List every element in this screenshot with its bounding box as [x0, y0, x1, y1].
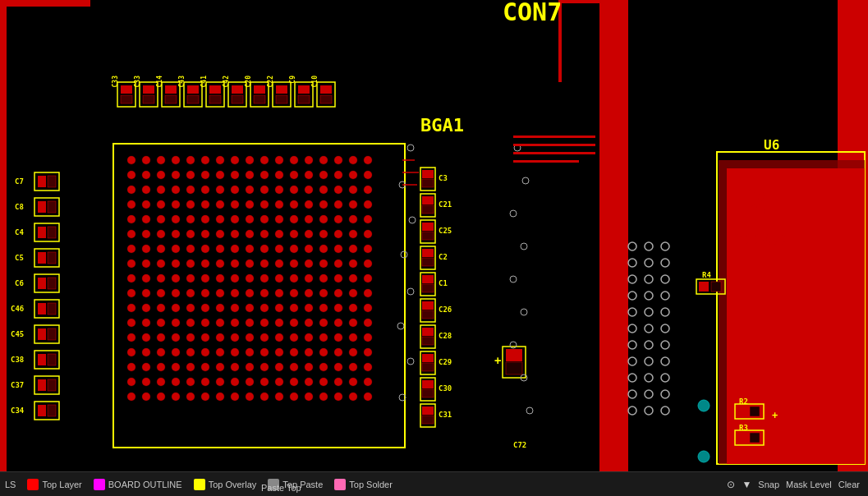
- svg-point-201: [319, 230, 328, 238]
- svg-point-216: [290, 245, 298, 253]
- layer-top-paste[interactable]: Top Paste: [268, 479, 323, 490]
- svg-text:CON7: CON7: [503, 0, 562, 26]
- svg-point-163: [260, 200, 269, 209]
- svg-point-381: [216, 393, 224, 401]
- svg-point-227: [201, 259, 209, 268]
- svg-point-189: [142, 230, 150, 238]
- svg-point-301: [290, 319, 298, 327]
- svg-point-387: [305, 393, 313, 401]
- svg-point-350: [260, 363, 269, 371]
- svg-rect-66: [48, 379, 56, 391]
- layer-top[interactable]: Top Layer: [27, 479, 81, 490]
- svg-text:C46: C46: [11, 305, 24, 313]
- svg-point-279: [216, 304, 224, 312]
- svg-point-108: [201, 156, 209, 164]
- svg-text:R4: R4: [702, 271, 711, 279]
- svg-point-295: [201, 319, 209, 327]
- svg-rect-458: [513, 152, 595, 154]
- svg-point-306: [364, 319, 372, 327]
- svg-point-358: [127, 378, 135, 386]
- svg-text:C20: C20: [245, 76, 252, 88]
- svg-point-266: [275, 289, 283, 297]
- svg-rect-1: [599, 0, 628, 471]
- svg-point-153: [364, 186, 372, 194]
- svg-text:+: +: [772, 410, 778, 421]
- svg-point-287: [334, 304, 342, 312]
- svg-point-347: [216, 363, 224, 371]
- svg-point-190: [157, 230, 165, 238]
- svg-rect-53: [38, 278, 46, 289]
- svg-rect-20: [187, 85, 199, 94]
- svg-point-138: [142, 186, 150, 194]
- svg-point-280: [231, 304, 239, 312]
- svg-rect-33: [276, 95, 287, 103]
- svg-point-354: [319, 363, 328, 371]
- svg-point-353: [305, 363, 313, 371]
- svg-point-332: [246, 348, 254, 356]
- svg-point-340: [364, 348, 372, 356]
- svg-point-366: [246, 378, 254, 386]
- mask-level-button[interactable]: Mask Level: [786, 480, 832, 489]
- svg-point-362: [186, 378, 195, 386]
- svg-point-267: [290, 289, 298, 297]
- layer-board-outline[interactable]: BOARD OUTLINE: [94, 479, 182, 490]
- svg-point-323: [364, 333, 372, 342]
- svg-point-288: [349, 304, 357, 312]
- svg-rect-23: [209, 85, 221, 94]
- svg-text:C33: C33: [112, 76, 119, 88]
- svg-rect-75: [422, 205, 434, 214]
- svg-point-109: [216, 156, 224, 164]
- snap-button[interactable]: Snap: [758, 480, 779, 489]
- svg-point-285: [305, 304, 313, 312]
- svg-rect-42: [48, 176, 56, 187]
- svg-point-290: [127, 319, 135, 327]
- svg-point-363: [201, 378, 209, 386]
- svg-point-239: [127, 274, 135, 282]
- svg-rect-63: [48, 354, 56, 365]
- svg-point-210: [201, 245, 209, 253]
- svg-point-382: [231, 393, 239, 401]
- svg-point-200: [305, 230, 313, 238]
- svg-rect-60: [48, 328, 56, 340]
- layer-top-solder[interactable]: Top Solder: [334, 479, 393, 490]
- svg-rect-3: [0, 0, 90, 7]
- svg-point-275: [157, 304, 165, 312]
- svg-text:C4: C4: [15, 228, 24, 237]
- svg-point-228: [216, 259, 224, 268]
- svg-point-127: [231, 171, 239, 179]
- svg-rect-455: [558, 0, 624, 3]
- layer-ls-label: LS: [5, 480, 16, 489]
- svg-point-107: [186, 156, 195, 164]
- svg-point-155: [142, 200, 150, 209]
- svg-point-325: [142, 348, 150, 356]
- svg-point-379: [186, 393, 195, 401]
- svg-point-125: [201, 171, 209, 179]
- svg-rect-35: [298, 85, 310, 94]
- svg-point-386: [290, 393, 298, 401]
- svg-rect-411: [711, 282, 721, 292]
- svg-point-316: [260, 333, 269, 342]
- svg-point-146: [260, 186, 269, 194]
- svg-point-328: [186, 348, 195, 356]
- svg-text:C29: C29: [439, 358, 452, 366]
- svg-text:C37: C37: [11, 381, 24, 389]
- svg-point-303: [319, 319, 328, 327]
- svg-point-229: [231, 259, 239, 268]
- svg-rect-14: [143, 85, 154, 94]
- top-solder-label: Top Solder: [349, 480, 393, 489]
- svg-point-226: [186, 259, 195, 268]
- svg-point-253: [334, 274, 342, 282]
- svg-point-333: [260, 348, 269, 356]
- svg-point-302: [305, 319, 313, 327]
- layer-top-overlay[interactable]: Top Overlay: [194, 479, 257, 490]
- board-outline-label: BOARD OUTLINE: [108, 480, 182, 489]
- svg-rect-101: [422, 406, 434, 415]
- svg-point-348: [231, 363, 239, 371]
- svg-point-314: [231, 333, 239, 342]
- svg-rect-80: [422, 249, 434, 257]
- layer-ls[interactable]: LS: [5, 480, 16, 489]
- svg-point-203: [349, 230, 357, 238]
- svg-point-154: [127, 200, 135, 209]
- svg-point-144: [231, 186, 239, 194]
- clear-button[interactable]: Clear: [838, 480, 860, 489]
